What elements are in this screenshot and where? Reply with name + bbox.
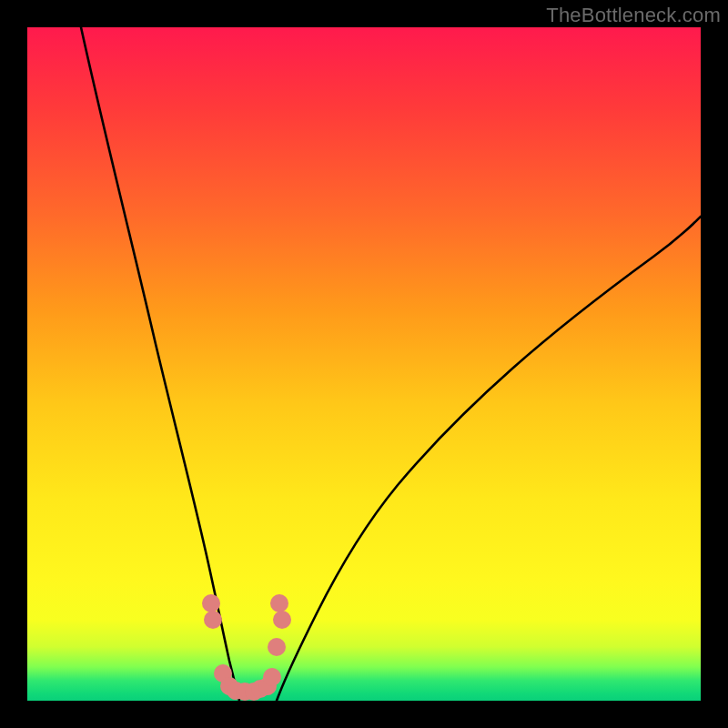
svg-point-12 bbox=[270, 594, 288, 612]
marker-cluster bbox=[202, 594, 291, 701]
svg-point-9 bbox=[263, 668, 281, 686]
svg-point-0 bbox=[202, 594, 220, 612]
svg-point-11 bbox=[273, 611, 291, 629]
curve-layer bbox=[27, 27, 701, 701]
right-branch-path bbox=[277, 217, 701, 701]
svg-point-1 bbox=[204, 611, 222, 629]
watermark-text: TheBottleneck.com bbox=[546, 4, 721, 27]
svg-point-10 bbox=[268, 638, 286, 656]
chart-frame: TheBottleneck.com bbox=[0, 0, 728, 728]
plot-area bbox=[27, 27, 701, 701]
